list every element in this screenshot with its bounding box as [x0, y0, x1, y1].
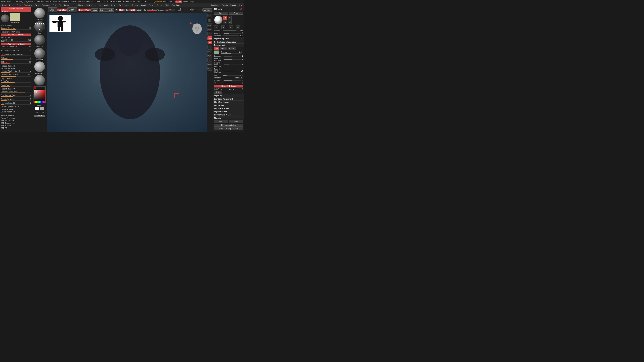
disable-array-label[interactable]: Disable ArrayMesh: [0, 108, 32, 111]
bpr-transparency-label[interactable]: BPR Transparency: [0, 122, 32, 124]
color-swatch-white[interactable]: [35, 107, 40, 110]
hue-bar[interactable]: [34, 101, 46, 103]
material-texture-off[interactable]: Texture Off: [33, 48, 46, 61]
material-sphere2[interactable]: [33, 75, 46, 86]
solo-btn[interactable]: Solo: [208, 67, 212, 70]
polyf-btn[interactable]: PolyF: [208, 58, 212, 62]
floor-btn[interactable]: Floor: [208, 49, 212, 53]
z-intensity-slider[interactable]: 25: [166, 9, 175, 11]
color-swatch-gray[interactable]: [40, 107, 44, 110]
edit-btn[interactable]: Edit: [78, 8, 84, 11]
menus-btn[interactable]: Menus: [176, 0, 182, 3]
mat-load-btn[interactable]: Load: [214, 120, 228, 123]
menu-dynamics[interactable]: Dynamics: [41, 4, 51, 6]
redshift-on-btn[interactable]: Redshift: [1, 10, 31, 12]
persp-label[interactable]: Persp: [208, 45, 212, 49]
menu-light[interactable]: Light: [70, 4, 77, 6]
environment-maps-section[interactable]: Environment Maps: [213, 113, 244, 116]
light-grid-4[interactable]: ◈: [236, 25, 240, 29]
menu-color[interactable]: Color: [16, 4, 22, 6]
menu-zscript[interactable]: Zscript: [229, 4, 237, 6]
lightcap-section[interactable]: LightCap: [213, 94, 244, 97]
material-simplemetal[interactable]: SimpleMetalBr: [33, 61, 46, 74]
menu-material[interactable]: Material: [93, 4, 102, 6]
bpr-shadow-label[interactable]: BPR Shadow: [0, 124, 32, 127]
menu-document[interactable]: Document: [23, 4, 33, 6]
see-through[interactable]: See-through: 0: [163, 1, 174, 2]
disable-dynamic-label[interactable]: Disable DynamicSubdiv: [0, 106, 32, 108]
menu-marker[interactable]: Marker: [85, 4, 93, 6]
color-gradient[interactable]: [34, 90, 46, 101]
bg-texture-thumb[interactable]: [214, 50, 219, 54]
rgb-intensity-slider[interactable]: 100: [147, 9, 157, 11]
menu-macro[interactable]: Macro: [77, 4, 84, 6]
lightcap-horizon-section[interactable]: LightCap Horizon: [213, 100, 244, 104]
redshift-exposure-slider[interactable]: [224, 59, 241, 60]
light-grid-1[interactable]: ☀: [214, 25, 218, 29]
material-standard[interactable]: Standard: [33, 8, 46, 20]
redshift-light-props-section[interactable]: Redshift Light Properties: [213, 40, 244, 43]
dynamic-btn[interactable]: Dynamic: [202, 8, 212, 11]
alternate-btn[interactable]: Alternate: [34, 115, 45, 117]
bpr-ao-label[interactable]: BPR AO: [0, 127, 32, 129]
transp-btn[interactable]: Transp: [208, 62, 212, 66]
lights-placement-section[interactable]: Lights Placement: [213, 107, 244, 110]
menu-movie[interactable]: Movie: [102, 4, 110, 6]
menu-help[interactable]: Help: [237, 4, 244, 6]
reflect-btn[interactable]: Reflect: [214, 91, 222, 94]
menu-stencil[interactable]: Stencil: [139, 4, 147, 6]
mat-lightbox-btn[interactable]: Lightbox▶Materials: [214, 124, 243, 126]
default-script[interactable]: DefaultZScript: [183, 1, 194, 2]
zoom-create-btn[interactable]: Zoom: [220, 47, 227, 50]
move-btn[interactable]: Move: [91, 8, 98, 11]
external-renderer-label[interactable]: External Renderer: [0, 114, 32, 117]
material-dots[interactable]: Dots: [33, 21, 46, 34]
longitude-slider[interactable]: [222, 78, 234, 78]
material-alpha-off[interactable]: Alpha Off: [33, 34, 46, 47]
zoom-label[interactable]: Zoom: [208, 28, 212, 31]
menu-tool[interactable]: Tool: [164, 4, 170, 6]
zsub-btn[interactable]: Zsub: [136, 9, 142, 11]
lightcap-adj-section[interactable]: LightCap Adjustment: [213, 97, 244, 100]
lights-properties-section[interactable]: Lights Properties: [213, 37, 244, 40]
light-on-icon[interactable]: 💡: [223, 16, 227, 20]
lights-shadow-section[interactable]: Lights Shadow: [213, 110, 244, 113]
draw-size-slider[interactable]: [198, 9, 202, 10]
actual-label[interactable]: Actual: [208, 32, 212, 36]
aahalf-label[interactable]: AAHalf: [208, 36, 212, 40]
zadd-btn[interactable]: Zadd: [130, 9, 136, 11]
menu-picker[interactable]: Picker: [110, 4, 118, 6]
redshift-hdr-samples-slider[interactable]: [224, 71, 240, 71]
light-icon-2[interactable]: ◁: [228, 20, 232, 24]
light-grid-3[interactable]: ▽: [229, 25, 233, 29]
background-section[interactable]: Background: [213, 43, 244, 46]
menu-transform[interactable]: Transform: [170, 4, 181, 6]
use-default-panorama-btn[interactable]: Use Default Panorama: [1, 33, 31, 36]
a-btn[interactable]: A: [115, 9, 118, 11]
quick-save[interactable]: QuickSave: [154, 1, 162, 2]
menu-edit[interactable]: Edit: [52, 4, 57, 6]
mrgb-btn[interactable]: Mrgb: [118, 9, 124, 11]
menu-render[interactable]: Render: [131, 4, 139, 6]
material-section-header[interactable]: Material: [213, 116, 244, 119]
mat-save-btn[interactable]: Save: [229, 120, 243, 123]
light-sphere[interactable]: [214, 16, 222, 24]
mat-save-startup-btn[interactable]: Save As Startup Material: [214, 127, 243, 130]
ambient-slider[interactable]: [224, 33, 241, 34]
rotate-with-object-btn[interactable]: Rotate With Object: [214, 85, 243, 87]
floor-color-box[interactable]: [10, 13, 20, 21]
menu-layer[interactable]: Layer: [63, 4, 70, 6]
progressive-rendering-btn[interactable]: Progressive Rendering: [1, 43, 31, 45]
exposure-slider[interactable]: [224, 56, 241, 56]
home-page-btn[interactable]: Home Page: [48, 7, 57, 12]
scale-btn[interactable]: Scale: [98, 8, 106, 11]
rotate-btn[interactable]: Rotate: [106, 8, 114, 11]
menu-draw[interactable]: Draw: [34, 4, 40, 6]
lightbox-btn[interactable]: LightBox: [57, 8, 67, 11]
rp-save-btn[interactable]: Save: [229, 12, 243, 14]
light-off-icon[interactable]: ○: [228, 16, 232, 20]
tilt-slider[interactable]: [224, 83, 241, 83]
menu-zplugin[interactable]: Zplugin: [220, 4, 229, 6]
intensity-slider[interactable]: [223, 30, 239, 31]
draw-btn[interactable]: Draw: [84, 8, 91, 11]
